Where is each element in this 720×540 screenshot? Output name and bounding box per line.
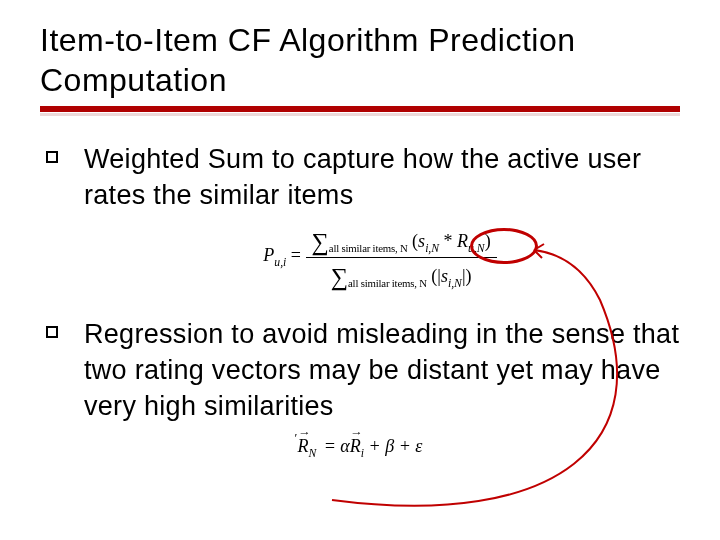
sym-RN: R [298,436,309,456]
sym-s-sub: i,N [425,242,439,255]
sym-star: * [439,231,457,251]
sigma-icon-2: ∑ [331,263,348,290]
fraction: ∑all similar items, N (si,N * Ru,N) ∑all… [306,225,497,289]
formula-weighted-sum: Pu,i = ∑all similar items, N (si,N * Ru,… [80,225,680,289]
abs-l: (| [431,266,441,286]
bullet-regression: Regression to avoid misleading in the se… [40,317,680,424]
rp: ) [485,231,491,251]
sym-RN-sub: N [309,447,317,460]
R-term: Ru,N [457,231,485,251]
bullet-list: Weighted Sum to capture how the active u… [40,142,680,213]
denominator: ∑all similar items, N (|si,N|) [306,257,497,290]
sigma-sub-2: all similar items, N [348,276,427,288]
sigma-sub: all similar items, N [329,242,408,254]
numerator: ∑all similar items, N (si,N * Ru,N) [306,225,497,257]
sym-s2: s [441,266,448,286]
vec-RN: R [298,436,309,457]
sym-R: R [457,231,468,251]
sym-R-sub: u,N [468,242,485,255]
bullet-weighted-sum: Weighted Sum to capture how the active u… [40,142,680,213]
sym-hat: ′ [294,431,297,445]
sigma-icon: ∑ [312,228,329,255]
sym-P-sub: u,i [274,256,286,269]
sym-tail: + β + ε [364,436,422,456]
sym-P: P [263,245,274,265]
formula-regression: RN′ = αRi + β + ε [40,436,680,460]
slide-title: Item-to-Item CF Algorithm Prediction Com… [40,20,680,100]
sym-eq2: = α [319,436,350,456]
bullet-list-2: Regression to avoid misleading in the se… [40,317,680,424]
slide: Item-to-Item CF Algorithm Prediction Com… [0,0,720,540]
vec-Ri: R [350,436,361,457]
title-rule [40,106,680,120]
sym-eq: = [286,245,305,265]
abs-r: |) [462,266,472,286]
sym-Ri: R [350,436,361,456]
sym-s2-sub: i,N [448,276,462,289]
